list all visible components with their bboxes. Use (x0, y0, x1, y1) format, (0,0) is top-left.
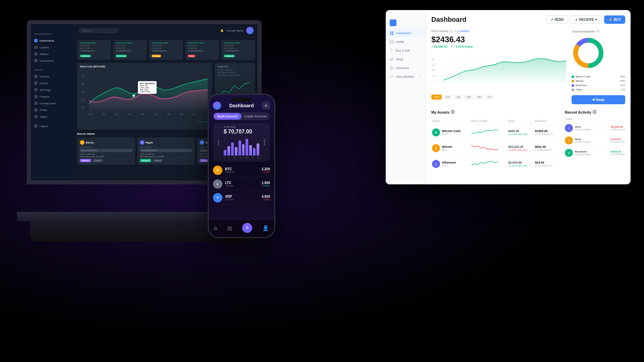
phone-tab-bank[interactable]: Bank Account (214, 113, 241, 120)
activity-wallet-1: My BTC Wallet (575, 141, 590, 143)
phone-chart-amount: $ 70,707.00 (224, 129, 259, 135)
buy-button[interactable]: ⚡ BUY (604, 15, 625, 24)
phone-add-button[interactable]: + (242, 223, 252, 233)
sidebar-item-invoices[interactable]: Invoices (31, 73, 74, 80)
activity-coins-0: 1.700642 ETH (610, 128, 625, 131)
phone-tab-crypto[interactable]: Crypto Account (241, 113, 269, 120)
table-row: Ξ Ethereum ETH (432, 156, 559, 171)
external-link-icon: ↗ (420, 75, 422, 78)
svg-text:2014: 2014 (89, 114, 93, 115)
bar-7 (246, 139, 248, 156)
coming-soon-icon (34, 102, 38, 105)
desktop-swap-button[interactable]: ⇄ Swap (572, 95, 625, 104)
desktop-title: Dashboard (431, 16, 466, 23)
phone-xrp-symbol: XRP (225, 195, 233, 198)
tx-card-1: Transaction Hash 0x0547f4e45... 0x0547f4… (113, 40, 147, 60)
table-row: ₿ Bitcoin BTC (432, 140, 559, 156)
recent-activity-section: Recent Activity ⓘ Today Ξ Sent My ETH Wa… (565, 110, 625, 172)
phone-xrp-price: 9700.80 (225, 198, 233, 201)
legend-pct-eth: 15% (620, 84, 625, 87)
tab-6m[interactable]: 6M (475, 95, 484, 100)
legend-dot-btc (572, 80, 574, 82)
tab-3m[interactable]: 3M (464, 95, 473, 100)
tab-1y[interactable]: 1Y (485, 95, 494, 100)
sidebar-item-layouts[interactable]: Layouts (31, 44, 74, 51)
desktop-discovery-icon (390, 66, 394, 70)
phone-menu-button[interactable]: ≡ (262, 102, 270, 110)
chart-tooltip: BTC 25/04/2015 Open: 240 Close: 1660 Hig… (138, 81, 157, 94)
projects-icon (34, 95, 38, 98)
receive-button[interactable]: ↙ RECEIVE ▾ (571, 15, 601, 24)
sidebar-item-coming-soon[interactable]: Coming Soon (31, 100, 74, 107)
sidebar-item-events[interactable]: Events (31, 80, 74, 86)
desktop-nav-wallet[interactable]: Wallet (386, 38, 426, 46)
main-chart: Select Coin (BTC/USD) (77, 63, 212, 130)
deposit-btn-0[interactable]: Deposit (93, 159, 103, 162)
wallet-address-1: 2xsD12f42xvR2dx04... (140, 149, 193, 152)
sidebar-item-404[interactable]: 404 Page (31, 86, 74, 93)
desktop-topbar: Dashboard ↗ SEND ↙ RECEIVE ▾ ⚡ BUY (431, 15, 625, 24)
bch-mini-chart (471, 127, 498, 137)
tab-1w[interactable]: 1W (443, 95, 452, 100)
bar-3 (231, 142, 234, 156)
svg-text:400: 400 (432, 69, 435, 71)
legend-other: Other 0% (572, 88, 625, 91)
tx-amount-1: 0.44524982 BTC (116, 50, 144, 52)
legend-dot-other (572, 88, 574, 91)
bch-change: +0.04% last 24h (508, 133, 534, 136)
wallet-address-0: 2xsD12f42xvR2dx04... (80, 149, 132, 152)
notification-icon[interactable]: 🔔 (220, 29, 224, 32)
btc-asset-name: Bitcoin (442, 145, 452, 148)
sidebar-item-logout[interactable]: Logout (31, 123, 74, 129)
legend-name-btc: Bitcoin (576, 79, 584, 82)
my-assets-section: My Assets ⓘ Asset Price Graph Price Bala… (431, 110, 559, 172)
desktop-main: Dashboard ↗ SEND ↙ RECEIVE ▾ ⚡ BUY (426, 10, 631, 184)
send-button[interactable]: ↗ SEND (546, 15, 568, 24)
activity-type-0: Sent (575, 125, 590, 128)
sidebar-item-mailbox[interactable]: Mailbox (31, 51, 74, 57)
desktop-logo-icon (390, 19, 396, 26)
desktop-nav-buy-sell[interactable]: Buy & Sell (386, 46, 426, 55)
phone-ltc-amount: 1.500 (262, 181, 270, 185)
eth-mini-chart (471, 159, 498, 169)
tables-icon (34, 115, 38, 118)
svg-text:2016: 2016 (115, 114, 119, 115)
recent-activity-title: Recent Activity ⓘ (565, 110, 625, 115)
desktop-nav-markets[interactable]: View Markets ↗ (386, 72, 426, 81)
phone-coin-btc: ₿ BTC 16200.80 2.200 -3.40% (213, 164, 270, 177)
tab-24h[interactable]: 24H (431, 95, 442, 100)
phone-wallet-icon[interactable]: ▤ (227, 225, 232, 231)
activity-type-1: Sent (575, 138, 590, 141)
laptop-search[interactable]: Search... (78, 28, 119, 34)
phone-dashboard-title: Dashboard (229, 103, 254, 108)
desktop-nav-swap[interactable]: Swap (386, 55, 426, 64)
phone-profile-icon[interactable]: 👤 (262, 225, 269, 231)
chevron-down-icon: ▾ (595, 18, 597, 21)
btc-chart-svg: 500 400 300 200 100 (80, 69, 209, 119)
desktop-nav-discovery[interactable]: Discovery (386, 64, 426, 72)
phone-ltc-symbol: LTC (225, 181, 233, 185)
btc-coin-icon: ₿ (80, 140, 85, 145)
sidebar-item-projects[interactable]: Projects (31, 93, 74, 100)
sidebar-item-ecommerce[interactable]: Ecommerce (31, 57, 74, 64)
svg-text:200: 200 (432, 75, 435, 77)
legend-name-eth: Ethereum (576, 84, 587, 87)
sidebar-item-dashboards[interactable]: Dashboards (31, 37, 74, 44)
phone-ltc-price: 1200.80 (225, 185, 233, 187)
my-assets-title: My Assets ⓘ (431, 110, 559, 115)
withdraw-btn-1[interactable]: Withdraw (140, 159, 151, 162)
deposit-btn-1[interactable]: Deposit (153, 159, 163, 162)
withdraw-btn-0[interactable]: Withdraw (80, 159, 91, 162)
tx-badge-2: Pending (152, 55, 161, 57)
btc-mini-chart (471, 143, 498, 153)
sidebar-item-profile[interactable]: Profile (31, 107, 74, 113)
legend-pct-other: 0% (621, 88, 625, 91)
desktop-nav-dashboard[interactable]: Dashboard (386, 29, 426, 38)
tab-1m[interactable]: 1M (454, 95, 463, 100)
phone-home-icon[interactable]: ⌂ (214, 225, 217, 231)
buy-icon: ⚡ (608, 18, 612, 21)
table-row: B Bitcoin Cash BCH (432, 125, 559, 140)
svg-text:200: 200 (82, 99, 85, 101)
sidebar-item-tables[interactable]: Tables (31, 113, 74, 120)
price-chart-section: Price History ⓘ + 5 Wallets $2436.43 + $… (431, 29, 566, 104)
